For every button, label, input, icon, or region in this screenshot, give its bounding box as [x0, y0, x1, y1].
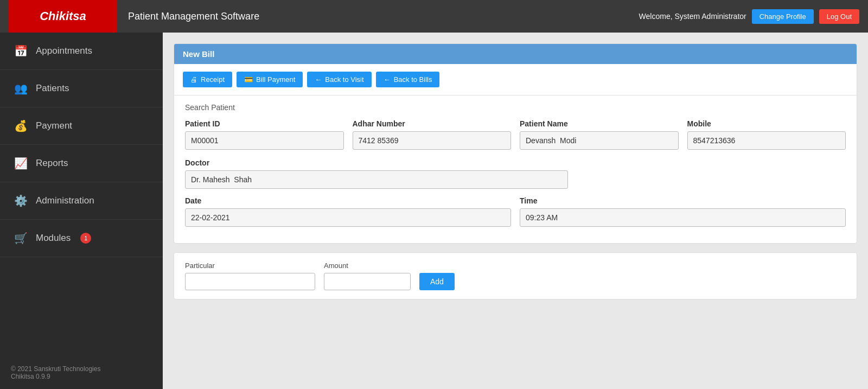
sidebar-item-label: Patients	[36, 83, 69, 94]
sidebar-item-payment[interactable]: 💰 Payment	[0, 107, 163, 145]
add-button[interactable]: Add	[419, 273, 455, 290]
toolbar: 🖨 Receipt 💳 Bill Payment ← Back to Visit…	[174, 64, 857, 95]
doctor-group: Doctor	[185, 158, 846, 189]
time-group: Time	[520, 196, 846, 227]
back-to-bills-button[interactable]: ← Back to Bills	[376, 72, 440, 87]
mobile-input[interactable]	[687, 131, 846, 150]
date-label: Date	[185, 196, 511, 205]
adhar-group: Adhar Number	[353, 119, 512, 150]
back-to-visit-button[interactable]: ← Back to Visit	[307, 72, 371, 87]
back-visit-icon: ←	[315, 75, 322, 84]
date-time-row: Date Time	[185, 196, 846, 227]
mobile-group: Mobile	[687, 119, 846, 150]
sidebar-item-appointments[interactable]: 📅 Appointments	[0, 33, 163, 70]
particular-card: Particular Amount Add	[174, 252, 857, 299]
sidebar-item-reports[interactable]: 📈 Reports	[0, 145, 163, 182]
header-title: Patient Management Software	[128, 11, 639, 22]
sidebar-item-administration[interactable]: ⚙️ Administration	[0, 182, 163, 220]
welcome-text: Welcome, System Administrator	[639, 12, 746, 21]
back-bills-icon: ←	[384, 75, 391, 84]
administration-icon: ⚙️	[13, 194, 28, 207]
date-group: Date	[185, 196, 511, 227]
new-bill-card: New Bill 🖨 Receipt 💳 Bill Payment ← Back…	[174, 43, 857, 244]
footer-copyright: © 2021 Sanskruti Technologies	[11, 365, 152, 373]
bill-payment-icon: 💳	[244, 75, 253, 84]
printer-icon: 🖨	[190, 75, 197, 84]
time-label: Time	[520, 196, 846, 205]
sidebar: 📅 Appointments 👥 Patients 💰 Payment 📈 Re…	[0, 33, 163, 389]
particular-input[interactable]	[185, 273, 315, 290]
sidebar-item-label: Appointments	[36, 46, 92, 56]
receipt-button[interactable]: 🖨 Receipt	[183, 72, 232, 87]
sidebar-footer: © 2021 Sanskruti Technologies Chikitsa 0…	[0, 356, 163, 389]
logo: Chikitsa	[9, 0, 117, 33]
card-header: New Bill	[174, 44, 857, 64]
amount-input[interactable]	[324, 273, 411, 290]
amount-group: Amount	[324, 262, 411, 290]
mobile-label: Mobile	[687, 119, 846, 128]
adhar-label: Adhar Number	[353, 119, 512, 128]
patient-info-row: Patient ID Adhar Number Patient Name Mob…	[185, 119, 846, 150]
amount-label: Amount	[324, 262, 411, 270]
patient-name-input[interactable]	[520, 131, 679, 150]
time-input[interactable]	[520, 208, 846, 227]
logout-button[interactable]: Log Out	[819, 9, 859, 24]
sidebar-item-patients[interactable]: 👥 Patients	[0, 70, 163, 107]
particular-label: Particular	[185, 262, 315, 270]
search-patient-section: Search Patient Patient ID Adhar Number P…	[174, 95, 857, 243]
sidebar-item-label: Reports	[36, 158, 68, 169]
main-content: New Bill 🖨 Receipt 💳 Bill Payment ← Back…	[163, 33, 868, 389]
modules-icon: 🛒	[13, 232, 28, 245]
bill-payment-button[interactable]: 💳 Bill Payment	[237, 72, 303, 87]
header: Chikitsa Patient Management Software Wel…	[0, 0, 868, 33]
sidebar-item-label: Payment	[36, 120, 72, 131]
search-patient-title: Search Patient	[185, 103, 846, 112]
particular-group: Particular	[185, 262, 315, 290]
adhar-input[interactable]	[353, 131, 512, 150]
reports-icon: 📈	[13, 157, 28, 170]
patient-id-group: Patient ID	[185, 119, 344, 150]
sidebar-item-label: Administration	[36, 195, 94, 206]
header-right: Welcome, System Administrator Change Pro…	[639, 9, 859, 24]
patient-name-label: Patient Name	[520, 119, 679, 128]
modules-badge: 1	[80, 233, 91, 244]
patient-id-label: Patient ID	[185, 119, 344, 128]
appointments-icon: 📅	[13, 44, 28, 58]
date-input[interactable]	[185, 208, 511, 227]
patient-id-input[interactable]	[185, 131, 344, 150]
particular-row: Particular Amount Add	[185, 262, 846, 290]
payment-icon: 💰	[13, 119, 28, 132]
patients-icon: 👥	[13, 82, 28, 95]
doctor-input[interactable]	[185, 170, 568, 189]
change-profile-button[interactable]: Change Profile	[752, 9, 814, 24]
sidebar-item-label: Modules	[36, 233, 71, 244]
patient-name-group: Patient Name	[520, 119, 679, 150]
footer-version: Chikitsa 0.9.9	[11, 373, 152, 380]
doctor-label: Doctor	[185, 158, 846, 167]
sidebar-item-modules[interactable]: 🛒 Modules 1	[0, 220, 163, 257]
layout: 📅 Appointments 👥 Patients 💰 Payment 📈 Re…	[0, 33, 868, 389]
